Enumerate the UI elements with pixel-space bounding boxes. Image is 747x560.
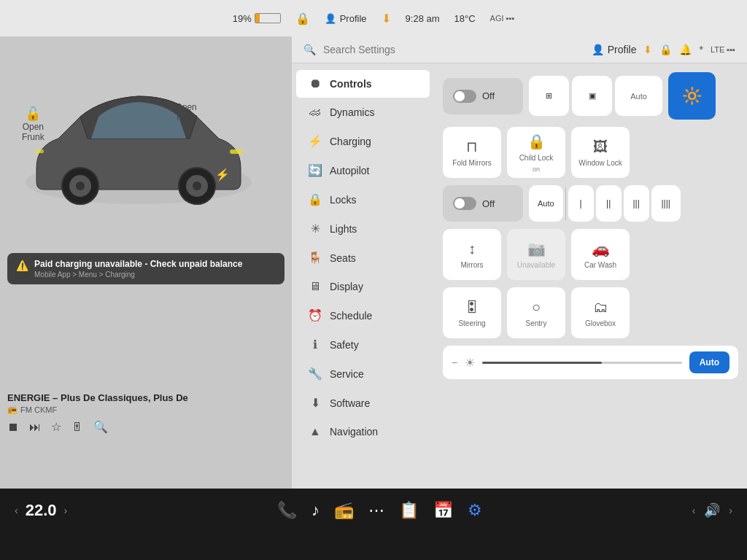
headlight-button[interactable]: 🔆 xyxy=(668,72,716,120)
display-icon: 🖥 xyxy=(308,280,322,293)
nav-item-charging[interactable]: ⚡ Charging xyxy=(296,127,430,155)
alert-title: Paid charging unavailable - Check unpaid… xyxy=(34,259,242,269)
nav-item-display[interactable]: 🖥 Display xyxy=(296,273,430,300)
person-icon-header: 👤 xyxy=(592,44,604,55)
brightness-min-icon: − xyxy=(452,357,457,368)
wiper-off-toggle[interactable]: Off xyxy=(443,78,523,114)
nav-item-dynamics[interactable]: 🏎 Dynamics xyxy=(296,98,430,126)
car-view: 🔓 Open Frunk Open Trunk ⚡ xyxy=(0,36,292,284)
notes-icon-taskbar[interactable]: 📋 xyxy=(399,501,419,520)
equalizer-button[interactable]: 🎚 xyxy=(71,421,83,434)
mirrors-button[interactable]: ↕ Mirrors xyxy=(443,229,501,280)
brightness-track[interactable] xyxy=(482,362,681,364)
temp-decrease-button[interactable]: ‹ xyxy=(15,505,18,516)
media-station: 📻 FM CKMF xyxy=(7,405,285,414)
apps-icon-taskbar[interactable]: ⋯ xyxy=(368,501,384,520)
nav-item-software[interactable]: ⬇ Software xyxy=(296,389,430,417)
nav-item-autopilot[interactable]: 🔄 Autopilot xyxy=(296,156,430,184)
open-trunk-label[interactable]: Open Trunk xyxy=(175,102,197,122)
steering-button[interactable]: 🎛 Steering xyxy=(443,287,501,338)
steering-label: Steering xyxy=(458,319,485,327)
glovebox-button[interactable]: 🗂 Glovebox xyxy=(571,287,630,338)
volume-left-arrow[interactable]: ‹ xyxy=(692,505,696,516)
car-wash-button[interactable]: 🚗 Car Wash xyxy=(571,229,630,280)
wiper-row: Off ⊞ ▣ Auto 🔆 xyxy=(443,72,738,120)
bell-icon[interactable]: 🔔 xyxy=(679,44,692,55)
unavailable-icon: 📷 xyxy=(527,240,546,257)
search-input[interactable] xyxy=(323,44,584,55)
volume-icon[interactable]: 🔊 xyxy=(704,502,720,518)
station-icon: 📻 xyxy=(7,405,18,414)
radio-icon-taskbar[interactable]: 📻 xyxy=(334,501,354,520)
display-mode-button[interactable]: ▣ xyxy=(572,76,612,116)
nav-label-seats: Seats xyxy=(330,252,356,264)
volume-right-arrow[interactable]: › xyxy=(729,505,732,516)
skip-next-button[interactable]: ⏭ xyxy=(29,421,41,434)
nav-item-seats[interactable]: 🪑 Seats xyxy=(296,244,430,272)
wiper-knob2 xyxy=(454,198,465,209)
fold-mirrors-button[interactable]: ⊓ Fold Mirrors xyxy=(443,127,501,178)
games-icon-taskbar[interactable]: ⚙ xyxy=(468,501,482,520)
profile-button[interactable]: 👤 Profile xyxy=(592,44,637,55)
nav-item-service[interactable]: 🔧 Service xyxy=(296,359,430,388)
media-controls: ⏹ ⏭ ☆ 🎚 🔍 xyxy=(7,420,285,434)
mode-button[interactable]: ⊞ xyxy=(529,76,569,116)
battery-bar xyxy=(255,13,281,23)
speed-1-btn[interactable]: | xyxy=(568,185,594,222)
nav-item-locks[interactable]: 🔒 Locks xyxy=(296,185,430,214)
window-lock-label: Window Lock xyxy=(578,159,622,167)
sentry-button[interactable]: ○ Sentry xyxy=(507,287,565,338)
locks-icon: 🔒 xyxy=(308,192,322,206)
temp-increase-button[interactable]: › xyxy=(64,505,68,516)
download-icon-header[interactable]: ⬇ xyxy=(643,44,652,55)
settings-body: ⏺ Controls 🏎 Dynamics ⚡ Charging 🔄 Autop… xyxy=(292,63,747,489)
alert-warning-icon: ⚠️ xyxy=(16,260,28,271)
media-title: ENERGIE – Plus De Classiques, Plus De xyxy=(7,392,285,403)
auto-brightness-button[interactable]: Auto xyxy=(689,351,729,373)
battery-indicator: 19% xyxy=(233,13,281,24)
lock-icon-header[interactable]: 🔒 xyxy=(659,44,672,55)
auto-label-button[interactable]: Auto xyxy=(615,76,662,116)
nav-item-schedule[interactable]: ⏰ Schedule xyxy=(296,301,430,330)
favorite-button[interactable]: ☆ xyxy=(51,420,61,434)
child-lock-state: on xyxy=(533,166,540,173)
wiper-speed-row: Off Auto | || ||| |||| xyxy=(443,185,738,222)
taskbar-center: 📞 ♪ 📻 ⋯ 📋 📅 ⚙ xyxy=(277,501,482,520)
person-icon: 👤 xyxy=(325,13,336,24)
music-icon-taskbar[interactable]: ♪ xyxy=(311,501,320,520)
charging-icon: ⚡ xyxy=(308,134,322,148)
taskbar: ‹ 22.0 › 📞 ♪ 📻 ⋯ 📋 📅 ⚙ ‹ 🔊 › xyxy=(0,489,747,532)
phone-icon-taskbar[interactable]: 📞 xyxy=(277,501,297,520)
speed-auto-btn[interactable]: Auto xyxy=(529,185,563,222)
bluetooth-icon[interactable]: * xyxy=(699,44,703,55)
window-lock-button[interactable]: 🖼 Window Lock xyxy=(571,127,630,178)
nav-item-controls[interactable]: ⏺ Controls xyxy=(296,70,430,98)
mirrors-icon: ↕ xyxy=(468,241,476,257)
search-icon: 🔍 xyxy=(303,44,316,55)
calendar-icon-taskbar[interactable]: 📅 xyxy=(433,501,453,520)
controls-icon: ⏺ xyxy=(308,77,322,90)
speed-4-btn[interactable]: |||| xyxy=(651,185,681,222)
stop-button[interactable]: ⏹ xyxy=(7,421,19,434)
navigation-icon: ▲ xyxy=(308,425,322,438)
status-profile[interactable]: 👤 Profile xyxy=(325,13,367,24)
mirrors-label: Mirrors xyxy=(460,261,483,269)
wiper-speed-steps: Auto | || ||| |||| xyxy=(529,185,681,222)
child-lock-button[interactable]: 🔒 Child Lock on xyxy=(507,127,565,178)
nav-item-navigation[interactable]: ▲ Navigation xyxy=(296,418,430,446)
brightness-fill xyxy=(482,362,602,364)
header-icons: ⬇ 🔒 🔔 * LTE ▪▪▪ xyxy=(643,44,735,55)
download-icon-status: ⬇ xyxy=(382,12,391,26)
charging-lightning-icon: ⚡ xyxy=(215,168,230,182)
car-wash-label: Car Wash xyxy=(584,261,616,269)
nav-item-lights[interactable]: ✳ Lights xyxy=(296,214,430,243)
main-area: 🔓 Open Frunk Open Trunk ⚡ ⚠️ Paid chargi… xyxy=(0,36,747,489)
speed-3-btn[interactable]: ||| xyxy=(624,185,649,222)
wiper-off-toggle2[interactable]: Off xyxy=(443,185,523,222)
open-frunk-label[interactable]: 🔓 Open Frunk xyxy=(22,106,44,142)
speed-2-btn[interactable]: || xyxy=(596,185,622,222)
temperature-display: 22.0 xyxy=(26,501,57,520)
nav-item-safety[interactable]: ℹ Safety xyxy=(296,330,430,359)
search-media-button[interactable]: 🔍 xyxy=(93,420,108,434)
taskbar-right: ‹ 🔊 › xyxy=(692,502,732,518)
